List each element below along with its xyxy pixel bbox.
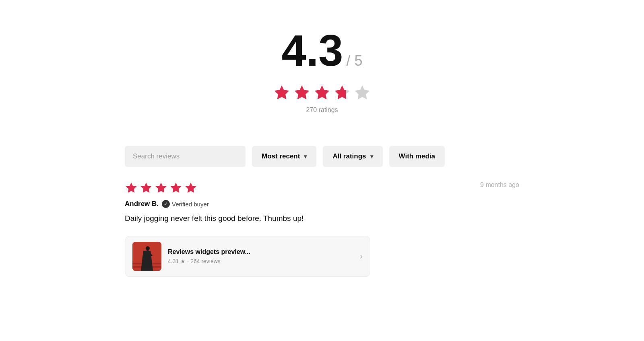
review-star-1 — [125, 181, 138, 194]
preview-thumbnail — [132, 242, 161, 271]
star-2 — [293, 84, 311, 102]
preview-info: Reviews widgets preview... 4.31 ★ · 264 … — [168, 248, 353, 264]
review-header: 9 months ago — [125, 181, 519, 194]
review-star-4 — [169, 181, 182, 194]
star-5 — [353, 84, 371, 102]
preview-title: Reviews widgets preview... — [168, 248, 353, 256]
review-stars — [125, 181, 197, 194]
preview-meta: 4.31 ★ · 264 reviews — [168, 258, 353, 264]
verified-badge: ✓ Verified buyer — [162, 200, 209, 208]
rating-out-of: / 5 — [346, 52, 362, 69]
review-star-2 — [140, 181, 153, 194]
filter-bar: Most recent ▾ All ratings ▾ With media — [125, 146, 519, 167]
verified-icon: ✓ — [162, 200, 170, 208]
svg-rect-8 — [146, 256, 151, 264]
main-container: 4.3 / 5 — [101, 0, 543, 293]
review-text: Daily jogging never felt this good befor… — [125, 213, 519, 225]
rating-label: All ratings — [332, 152, 366, 160]
star-4 — [333, 84, 351, 102]
ratings-count: 270 ratings — [125, 106, 519, 114]
svg-rect-1 — [132, 263, 161, 264]
svg-rect-7 — [144, 256, 149, 264]
sort-button[interactable]: Most recent ▾ — [252, 146, 316, 167]
preview-separator: · — [187, 258, 189, 264]
with-media-label: With media — [399, 152, 436, 160]
with-media-button[interactable]: With media — [389, 146, 445, 167]
svg-rect-2 — [132, 266, 161, 268]
rating-stars-row — [125, 84, 519, 102]
svg-point-3 — [146, 246, 150, 250]
review-item: 9 months ago Andrew B. ✓ Verified buyer … — [125, 181, 519, 277]
rating-summary: 4.3 / 5 — [125, 16, 519, 130]
preview-chevron-icon: › — [360, 251, 363, 262]
star-1 — [273, 84, 291, 102]
star-3 — [313, 84, 331, 102]
rating-filter-button[interactable]: All ratings ▾ — [323, 146, 382, 167]
preview-reviews-count: 264 reviews — [190, 258, 221, 264]
preview-star-icon: ★ — [180, 258, 186, 264]
search-input[interactable] — [125, 146, 246, 167]
svg-rect-5 — [144, 251, 149, 255]
preview-card[interactable]: Reviews widgets preview... 4.31 ★ · 264 … — [125, 236, 370, 277]
runner-image — [132, 242, 161, 271]
sort-label: Most recent — [262, 152, 300, 160]
review-star-3 — [155, 181, 167, 194]
svg-rect-4 — [146, 250, 150, 257]
review-star-5 — [184, 181, 197, 194]
verified-label: Verified buyer — [172, 201, 209, 208]
rating-chevron-icon: ▾ — [370, 153, 373, 160]
big-rating: 4.3 / 5 — [125, 28, 519, 73]
reviewer-name: Andrew B. ✓ Verified buyer — [125, 200, 519, 208]
sort-chevron-icon: ▾ — [304, 153, 307, 160]
rating-score: 4.3 — [282, 28, 343, 73]
reviewer-author: Andrew B. — [125, 200, 159, 208]
review-time: 9 months ago — [480, 181, 519, 189]
preview-rating: 4.31 — [168, 258, 179, 264]
